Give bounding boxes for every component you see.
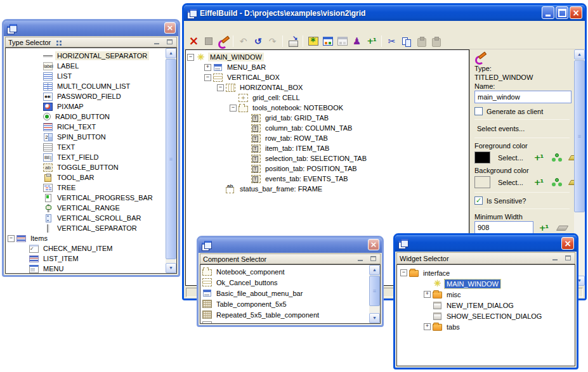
paste-button[interactable] bbox=[500, 254, 509, 262]
close-button[interactable]: × bbox=[561, 237, 574, 250]
expander-icon[interactable]: − bbox=[217, 84, 224, 91]
foreground-swatch[interactable] bbox=[474, 151, 490, 164]
type-scrollbar[interactable] bbox=[166, 48, 176, 273]
tree-row[interactable]: grid_tab: GRID_TAB bbox=[186, 113, 469, 123]
widget-tree-row[interactable]: SHOW_SELECTION_DIALOG bbox=[398, 311, 572, 321]
expander-icon[interactable]: + bbox=[424, 291, 431, 298]
expander-icon[interactable]: − bbox=[8, 235, 15, 242]
type-item[interactable]: VERTICAL_RANGE bbox=[7, 203, 165, 213]
add-one-icon[interactable] bbox=[533, 177, 544, 187]
tree-row[interactable]: − VERTICAL_BOX bbox=[186, 72, 469, 82]
find-button[interactable] bbox=[489, 254, 498, 262]
eraser-icon[interactable] bbox=[568, 153, 574, 162]
expander-icon[interactable]: + bbox=[424, 323, 431, 330]
scroll-thumb[interactable] bbox=[574, 60, 585, 212]
new-folder-button[interactable] bbox=[455, 254, 464, 262]
type-item[interactable]: PASSWORD_FIELD bbox=[7, 91, 165, 101]
tool-edit-button[interactable] bbox=[216, 34, 230, 48]
widget-tree-row[interactable]: + misc bbox=[398, 289, 572, 300]
actor-button[interactable] bbox=[350, 34, 364, 48]
panel-restore-icon[interactable] bbox=[564, 255, 572, 262]
window-button[interactable] bbox=[320, 34, 335, 48]
tree-row[interactable]: column_tab: COLUMN_TAB bbox=[186, 123, 469, 133]
widget-tree-row[interactable]: + tabs bbox=[398, 321, 572, 332]
is-sensitive-checkbox[interactable] bbox=[474, 196, 483, 205]
titlebar[interactable]: × bbox=[4, 21, 178, 36]
minimize-button[interactable] bbox=[542, 6, 554, 19]
panel-minimize-icon[interactable] bbox=[551, 255, 559, 262]
expander-icon[interactable]: − bbox=[400, 269, 407, 276]
widget-tree-row[interactable]: MAIN_WINDOW bbox=[398, 278, 572, 289]
close-button[interactable]: × bbox=[368, 239, 379, 250]
tree-row[interactable]: − MAIN_WINDOW bbox=[186, 52, 469, 62]
delete-button[interactable] bbox=[186, 34, 201, 48]
tree-row[interactable]: item_tab: ITEM_TAB bbox=[186, 143, 469, 153]
save-button[interactable] bbox=[201, 34, 216, 48]
type-item[interactable]: VERTICAL_SCROLL_BAR bbox=[7, 213, 165, 223]
menu-item[interactable] bbox=[197, 26, 207, 29]
component-item[interactable]: Ok_Cancel_buttons bbox=[202, 277, 369, 288]
close-button[interactable]: × bbox=[570, 6, 582, 19]
scroll-up-icon[interactable] bbox=[369, 265, 380, 275]
type-item[interactable]: LIST bbox=[7, 71, 165, 81]
redo-button[interactable] bbox=[265, 34, 280, 48]
scroll-down-icon[interactable] bbox=[166, 263, 176, 273]
component-item[interactable]: Repeated_5x5_table_component bbox=[202, 309, 369, 320]
type-item[interactable]: TEXT_FIELD bbox=[7, 152, 165, 162]
cut-button[interactable] bbox=[384, 34, 399, 48]
tree-row[interactable]: position_tab: POSITION_TAB bbox=[186, 164, 469, 174]
type-item[interactable]: LABEL bbox=[7, 61, 165, 71]
tree-row[interactable]: − tools_notebook: NOTEBOOK bbox=[186, 103, 469, 113]
type-item[interactable]: VERTICAL_SEPARATOR bbox=[7, 223, 165, 233]
type-item[interactable]: CHECK_MENU_ITEM bbox=[7, 243, 165, 253]
type-item[interactable]: RICH_TEXT bbox=[7, 122, 165, 132]
paste-button[interactable] bbox=[414, 34, 428, 48]
type-item[interactable]: MULTI_COLUMN_LIST bbox=[7, 81, 165, 91]
expander-icon[interactable]: − bbox=[187, 54, 194, 61]
widget-tree-row[interactable]: NEW_ITEM_DIALOG bbox=[398, 300, 572, 311]
type-item[interactable]: TEXT bbox=[7, 142, 165, 152]
generate-as-client-checkbox[interactable] bbox=[474, 107, 483, 115]
undo-button[interactable] bbox=[236, 34, 251, 48]
scroll-up-icon[interactable] bbox=[574, 49, 585, 60]
tree-row[interactable]: row_tab: ROW_TAB bbox=[186, 133, 469, 143]
type-item[interactable]: HORIZONTAL_SEPARATOR bbox=[7, 51, 165, 61]
pick-icon[interactable] bbox=[551, 153, 561, 162]
background-select-button[interactable]: Select... bbox=[495, 177, 528, 188]
scroll-up-icon[interactable] bbox=[166, 48, 176, 58]
component-item[interactable]: Notebook_component bbox=[202, 266, 369, 277]
type-item[interactable]: SPIN_BUTTON bbox=[7, 132, 165, 142]
type-item[interactable]: RADIO_BUTTON bbox=[7, 112, 165, 122]
panel-restore-icon[interactable] bbox=[166, 39, 174, 46]
type-selector-header[interactable]: Type Selector bbox=[5, 37, 177, 48]
panel-minimize-icon[interactable] bbox=[153, 39, 161, 46]
select-events-button[interactable]: Select events... bbox=[474, 124, 570, 134]
type-item[interactable]: VERTICAL_PROGRESS_BAR bbox=[7, 193, 165, 203]
tree-row[interactable]: + MENU_BAR bbox=[186, 62, 469, 72]
settings-window-button[interactable] bbox=[306, 34, 320, 48]
foreground-select-button[interactable]: Select... bbox=[495, 153, 528, 163]
type-item[interactable]: PIXMAP bbox=[7, 101, 165, 112]
component-scrollbar[interactable] bbox=[369, 265, 380, 323]
minimum-width-field[interactable]: 908 bbox=[474, 221, 533, 234]
menu-item[interactable] bbox=[187, 26, 197, 29]
menu-item[interactable] bbox=[218, 26, 228, 29]
titlebar[interactable]: EiffelBuild - D:\projects\examples\visio… bbox=[184, 5, 585, 21]
panel-minimize-icon[interactable] bbox=[356, 255, 365, 262]
type-item[interactable]: MENU bbox=[7, 264, 165, 273]
tree-row[interactable]: status_bar_frame: FRAME bbox=[186, 184, 469, 194]
add-widget-button[interactable] bbox=[466, 254, 475, 262]
component-item[interactable]: Tree bbox=[202, 320, 369, 323]
pick-icon[interactable] bbox=[551, 177, 561, 187]
maximize-button[interactable] bbox=[556, 6, 568, 19]
expander-icon[interactable]: − bbox=[230, 105, 237, 112]
type-item[interactable]: LIST_ITEM bbox=[7, 253, 165, 264]
new-window-button[interactable] bbox=[478, 254, 487, 262]
add-one-icon[interactable] bbox=[533, 153, 544, 162]
tree-row[interactable]: selection_tab: SELECTION_TAB bbox=[186, 153, 469, 164]
add-one-button[interactable] bbox=[364, 34, 379, 48]
type-item[interactable]: TOOL_BAR bbox=[7, 172, 165, 183]
eraser-icon[interactable] bbox=[568, 177, 574, 187]
component-selector-header[interactable]: Component Selector bbox=[200, 253, 381, 264]
tree-row[interactable]: − HORIZONTAL_BOX bbox=[186, 82, 469, 93]
